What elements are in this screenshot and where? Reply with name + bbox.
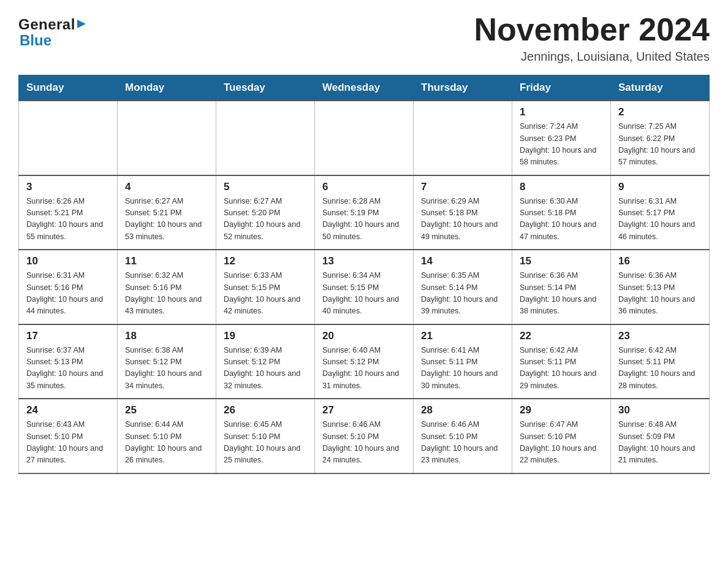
- calendar-cell-w2-d7: 9Sunrise: 6:31 AMSunset: 5:17 PMDaylight…: [611, 175, 710, 250]
- weekday-header-tuesday: Tuesday: [216, 75, 315, 101]
- calendar-cell-w4-d4: 20Sunrise: 6:40 AMSunset: 5:12 PMDayligh…: [315, 324, 414, 399]
- day-info: Sunrise: 6:47 AMSunset: 5:10 PMDaylight:…: [520, 419, 604, 467]
- day-info: Sunrise: 6:45 AMSunset: 5:10 PMDaylight:…: [224, 419, 308, 467]
- calendar-cell-w5-d3: 26Sunrise: 6:45 AMSunset: 5:10 PMDayligh…: [216, 399, 315, 473]
- day-number: 13: [322, 255, 407, 267]
- calendar-cell-w5-d6: 29Sunrise: 6:47 AMSunset: 5:10 PMDayligh…: [512, 399, 611, 473]
- calendar-cell-w5-d4: 27Sunrise: 6:46 AMSunset: 5:10 PMDayligh…: [315, 399, 414, 473]
- day-info: Sunrise: 6:27 AMSunset: 5:21 PMDaylight:…: [125, 196, 210, 243]
- day-number: 8: [520, 181, 604, 193]
- day-number: 16: [618, 255, 703, 267]
- day-number: 3: [26, 181, 111, 193]
- day-number: 15: [520, 255, 604, 267]
- day-info: Sunrise: 6:31 AMSunset: 5:16 PMDaylight:…: [26, 270, 111, 318]
- day-info: Sunrise: 6:44 AMSunset: 5:10 PMDaylight:…: [125, 419, 210, 467]
- day-info: Sunrise: 6:29 AMSunset: 5:18 PMDaylight:…: [421, 196, 506, 243]
- day-info: Sunrise: 6:46 AMSunset: 5:10 PMDaylight:…: [322, 419, 407, 467]
- calendar-cell-w1-d4: [315, 101, 414, 175]
- day-info: Sunrise: 6:37 AMSunset: 5:13 PMDaylight:…: [26, 345, 111, 393]
- day-number: 26: [224, 404, 308, 416]
- calendar-cell-w4-d6: 22Sunrise: 6:42 AMSunset: 5:11 PMDayligh…: [512, 324, 611, 399]
- day-number: 24: [26, 404, 111, 416]
- day-info: Sunrise: 6:32 AMSunset: 5:16 PMDaylight:…: [125, 270, 210, 318]
- title-block: November 2024 Jennings, Louisiana, Unite…: [474, 12, 710, 64]
- day-number: 19: [224, 330, 308, 342]
- day-info: Sunrise: 6:38 AMSunset: 5:12 PMDaylight:…: [125, 345, 210, 393]
- day-number: 23: [618, 330, 703, 342]
- day-info: Sunrise: 6:28 AMSunset: 5:19 PMDaylight:…: [322, 196, 407, 243]
- day-info: Sunrise: 7:25 AMSunset: 6:22 PMDaylight:…: [618, 121, 703, 169]
- weekday-header-saturday: Saturday: [611, 75, 710, 101]
- day-number: 28: [421, 404, 506, 416]
- calendar-cell-w5-d5: 28Sunrise: 6:46 AMSunset: 5:10 PMDayligh…: [414, 399, 512, 473]
- day-info: Sunrise: 6:40 AMSunset: 5:12 PMDaylight:…: [322, 345, 407, 393]
- day-number: 14: [421, 255, 506, 267]
- day-number: 25: [125, 404, 210, 416]
- day-info: Sunrise: 6:42 AMSunset: 5:11 PMDaylight:…: [520, 345, 604, 393]
- calendar-cell-w1-d2: [118, 101, 216, 175]
- day-info: Sunrise: 6:27 AMSunset: 5:20 PMDaylight:…: [224, 196, 308, 243]
- day-number: 27: [322, 404, 407, 416]
- day-number: 6: [322, 181, 407, 193]
- week-row-1: 1Sunrise: 7:24 AMSunset: 6:23 PMDaylight…: [19, 101, 710, 175]
- calendar-body: 1Sunrise: 7:24 AMSunset: 6:23 PMDaylight…: [19, 101, 710, 473]
- day-number: 22: [520, 330, 604, 342]
- day-info: Sunrise: 6:36 AMSunset: 5:14 PMDaylight:…: [520, 270, 604, 318]
- week-row-3: 10Sunrise: 6:31 AMSunset: 5:16 PMDayligh…: [19, 250, 710, 324]
- weekday-header-row: SundayMondayTuesdayWednesdayThursdayFrid…: [19, 75, 710, 101]
- day-number: 2: [618, 106, 703, 118]
- calendar-cell-w5-d1: 24Sunrise: 6:43 AMSunset: 5:10 PMDayligh…: [19, 399, 118, 473]
- weekday-header-monday: Monday: [118, 75, 216, 101]
- day-info: Sunrise: 6:31 AMSunset: 5:17 PMDaylight:…: [618, 196, 703, 243]
- month-title: November 2024: [474, 12, 710, 47]
- weekday-header-sunday: Sunday: [19, 75, 118, 101]
- day-number: 18: [125, 330, 210, 342]
- week-row-5: 24Sunrise: 6:43 AMSunset: 5:10 PMDayligh…: [19, 399, 710, 473]
- calendar-header: SundayMondayTuesdayWednesdayThursdayFrid…: [19, 75, 710, 101]
- day-info: Sunrise: 6:48 AMSunset: 5:09 PMDaylight:…: [618, 419, 703, 467]
- day-number: 9: [618, 181, 703, 193]
- day-info: Sunrise: 6:34 AMSunset: 5:15 PMDaylight:…: [322, 270, 407, 318]
- day-info: Sunrise: 6:46 AMSunset: 5:10 PMDaylight:…: [421, 419, 506, 467]
- day-info: Sunrise: 6:26 AMSunset: 5:21 PMDaylight:…: [26, 196, 111, 243]
- calendar-cell-w4-d2: 18Sunrise: 6:38 AMSunset: 5:12 PMDayligh…: [118, 324, 216, 399]
- day-info: Sunrise: 6:35 AMSunset: 5:14 PMDaylight:…: [421, 270, 506, 318]
- calendar-cell-w1-d1: [19, 101, 118, 175]
- calendar-cell-w1-d7: 2Sunrise: 7:25 AMSunset: 6:22 PMDaylight…: [611, 101, 710, 175]
- day-number: 29: [520, 404, 604, 416]
- day-info: Sunrise: 6:36 AMSunset: 5:13 PMDaylight:…: [618, 270, 703, 318]
- logo: General Blue: [18, 16, 86, 49]
- day-info: Sunrise: 6:33 AMSunset: 5:15 PMDaylight:…: [224, 270, 308, 318]
- day-number: 10: [26, 255, 111, 267]
- day-number: 21: [421, 330, 506, 342]
- calendar-cell-w3-d5: 14Sunrise: 6:35 AMSunset: 5:14 PMDayligh…: [414, 250, 512, 324]
- day-number: 1: [520, 106, 604, 118]
- calendar-cell-w2-d6: 8Sunrise: 6:30 AMSunset: 5:18 PMDaylight…: [512, 175, 611, 250]
- weekday-header-wednesday: Wednesday: [315, 75, 414, 101]
- calendar-cell-w2-d1: 3Sunrise: 6:26 AMSunset: 5:21 PMDaylight…: [19, 175, 118, 250]
- calendar-cell-w2-d5: 7Sunrise: 6:29 AMSunset: 5:18 PMDaylight…: [414, 175, 512, 250]
- location-subtitle: Jennings, Louisiana, United States: [474, 50, 710, 64]
- calendar-cell-w3-d2: 11Sunrise: 6:32 AMSunset: 5:16 PMDayligh…: [118, 250, 216, 324]
- calendar-cell-w4-d1: 17Sunrise: 6:37 AMSunset: 5:13 PMDayligh…: [19, 324, 118, 399]
- day-number: 12: [224, 255, 308, 267]
- logo-general-text: General: [18, 16, 75, 33]
- logo-arrow-icon: [77, 20, 86, 28]
- weekday-header-friday: Friday: [512, 75, 611, 101]
- day-number: 4: [125, 181, 210, 193]
- day-info: Sunrise: 6:41 AMSunset: 5:11 PMDaylight:…: [421, 345, 506, 393]
- week-row-4: 17Sunrise: 6:37 AMSunset: 5:13 PMDayligh…: [19, 324, 710, 399]
- calendar-cell-w1-d6: 1Sunrise: 7:24 AMSunset: 6:23 PMDaylight…: [512, 101, 611, 175]
- day-info: Sunrise: 6:42 AMSunset: 5:11 PMDaylight:…: [618, 345, 703, 393]
- day-number: 20: [322, 330, 407, 342]
- calendar-cell-w3-d1: 10Sunrise: 6:31 AMSunset: 5:16 PMDayligh…: [19, 250, 118, 324]
- calendar-cell-w4-d5: 21Sunrise: 6:41 AMSunset: 5:11 PMDayligh…: [414, 324, 512, 399]
- day-info: Sunrise: 6:43 AMSunset: 5:10 PMDaylight:…: [26, 419, 111, 467]
- day-number: 5: [224, 181, 308, 193]
- day-info: Sunrise: 6:39 AMSunset: 5:12 PMDaylight:…: [224, 345, 308, 393]
- calendar-cell-w5-d7: 30Sunrise: 6:48 AMSunset: 5:09 PMDayligh…: [611, 399, 710, 473]
- day-number: 11: [125, 255, 210, 267]
- page-header: General Blue November 2024 Jennings, Lou…: [18, 12, 710, 64]
- logo-blue-text: Blue: [20, 32, 51, 49]
- calendar-cell-w5-d2: 25Sunrise: 6:44 AMSunset: 5:10 PMDayligh…: [118, 399, 216, 473]
